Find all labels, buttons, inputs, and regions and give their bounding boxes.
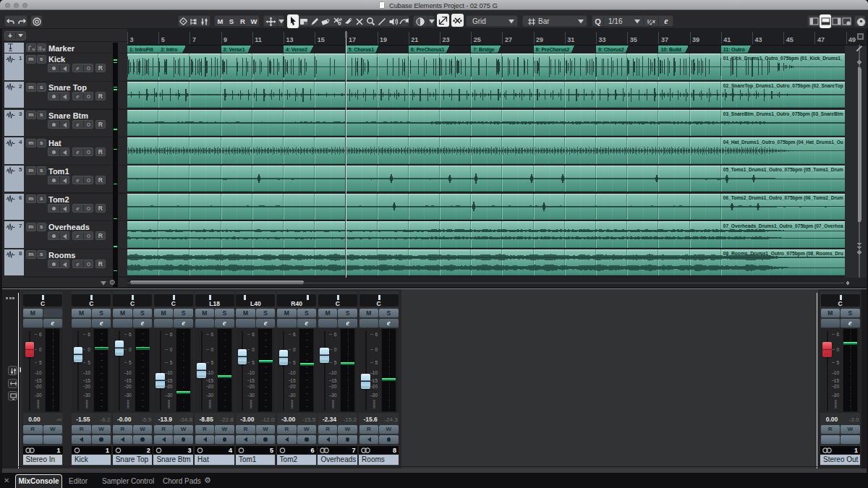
svg-text:27: 27: [505, 36, 512, 43]
svg-text:15: 15: [318, 36, 325, 43]
svg-text:2: Intro: 2: Intro: [161, 47, 177, 52]
svg-text:10: Build: 10: Build: [660, 47, 681, 52]
svg-text:08_Rooms_Drums1_Outro_075bpm (: 08_Rooms_Drums1_Outro_075bpm (08_Rooms_D…: [723, 250, 843, 257]
svg-text:33: 33: [599, 36, 606, 43]
svg-text:39: 39: [692, 36, 699, 43]
svg-text:19: 19: [380, 36, 387, 43]
svg-text:21: 21: [411, 36, 418, 43]
svg-text:01_Kick_Drums1_Outro_075bpm (0: 01_Kick_Drums1_Outro_075bpm (01_Kick_Dru…: [723, 55, 844, 61]
svg-text:7: 7: [192, 36, 196, 43]
svg-text:3: 3: [130, 36, 134, 43]
svg-text:3: Verse1: 3: Verse1: [224, 47, 245, 52]
svg-text:11: Outro: 11: Outro: [723, 47, 745, 52]
svg-text:17: 17: [349, 36, 356, 43]
svg-text:23: 23: [443, 36, 450, 43]
svg-text:05_Toms1_Drums1_Outro_075bpm (: 05_Toms1_Drums1_Outro_075bpm (05_Toms1_D…: [723, 166, 843, 173]
svg-text:9: 9: [224, 36, 227, 43]
svg-text:7: Bridge: 7: Bridge: [473, 47, 495, 53]
svg-text:04_Hat_Drums1_Outro_075bpm (04: 04_Hat_Drums1_Outro_075bpm (04_Hat_Drums…: [723, 139, 843, 145]
svg-text:8: PreChorus2: 8: PreChorus2: [536, 47, 570, 52]
svg-text:13: 13: [286, 36, 294, 43]
svg-text:4: Verse2: 4: Verse2: [286, 47, 307, 52]
svg-text:25: 25: [474, 36, 481, 43]
svg-text:02_SnareTop_Drums1_Outro_075bp: 02_SnareTop_Drums1_Outro_075bpm (02_Snar…: [723, 82, 843, 89]
svg-text:35: 35: [630, 36, 637, 43]
svg-text:49: 49: [848, 36, 856, 43]
svg-text:07_Overheads_Drums1_Outro_075b: 07_Overheads_Drums1_Outro_075bpm (07_Ove…: [723, 223, 844, 229]
svg-text:29: 29: [536, 36, 543, 43]
svg-text:37: 37: [661, 36, 668, 43]
svg-text:1: IntroFill: 1: IntroFill: [129, 47, 153, 52]
svg-text:11: 11: [255, 36, 262, 43]
svg-text:9: Chorus2: 9: Chorus2: [598, 47, 624, 52]
svg-text:5: 5: [161, 36, 165, 43]
svg-text:43: 43: [755, 36, 762, 43]
svg-text:06_Toms2_Drums1_Outro_075bpm (: 06_Toms2_Drums1_Outro_075bpm (06_Toms2_D…: [723, 194, 843, 201]
svg-text:45: 45: [786, 36, 793, 43]
svg-text:47: 47: [817, 36, 825, 43]
svg-text:31: 31: [567, 36, 574, 43]
svg-text:6: PreChorus1: 6: PreChorus1: [411, 47, 445, 52]
svg-text:03_SnareBtm_Drums1_Outro_075bp: 03_SnareBtm_Drums1_Outro_075bpm (03_Snar…: [723, 111, 843, 117]
svg-text:41: 41: [723, 36, 731, 43]
svg-text:5: Chorus1: 5: Chorus1: [348, 47, 374, 52]
